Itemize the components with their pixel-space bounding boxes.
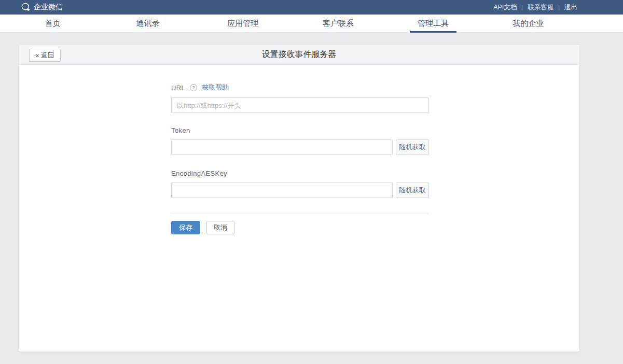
url-input[interactable] (171, 97, 429, 113)
aeskey-label-row: EncodingAESKey (171, 170, 429, 177)
token-input[interactable] (171, 139, 393, 155)
aeskey-input-row: 随机获取 (171, 183, 429, 198)
tab-home[interactable]: 首页 (5, 15, 100, 32)
back-button[interactable]: « 返回 (29, 49, 61, 62)
get-help-link[interactable]: 获取帮助 (202, 83, 229, 92)
tab-customer-contact[interactable]: 客户联系 (290, 15, 385, 32)
wecom-logo-icon (21, 3, 31, 12)
tab-management-tools[interactable]: 管理工具 (385, 15, 480, 32)
aeskey-input[interactable] (171, 183, 393, 198)
page-title: 设置接收事件服务器 (262, 49, 337, 60)
card-header: « 返回 设置接收事件服务器 (19, 45, 579, 65)
url-label-row: URL ? 获取帮助 (171, 83, 429, 92)
brand-name: 企业微信 (34, 3, 63, 12)
content-card: « 返回 设置接收事件服务器 URL ? 获取帮助 Token 随机获取 Enc… (19, 45, 579, 352)
separator: | (521, 4, 523, 10)
api-docs-link[interactable]: API文档 (493, 3, 517, 12)
token-random-button[interactable]: 随机获取 (396, 139, 429, 155)
form-actions: 保存 取消 (171, 221, 429, 234)
help-question-icon[interactable]: ? (190, 84, 197, 91)
save-button[interactable]: 保存 (171, 221, 200, 234)
token-input-row: 随机获取 (171, 139, 429, 155)
token-label: Token (171, 127, 190, 134)
topbar-links: API文档 | 联系客服 | 退出 (493, 3, 577, 12)
cancel-button[interactable]: 取消 (206, 221, 234, 234)
logout-link[interactable]: 退出 (564, 3, 577, 12)
separator: | (558, 4, 560, 10)
tab-contacts[interactable]: 通讯录 (100, 15, 195, 32)
aeskey-random-button[interactable]: 随机获取 (396, 183, 429, 198)
contact-support-link[interactable]: 联系客服 (528, 3, 553, 12)
tab-app-management[interactable]: 应用管理 (196, 15, 290, 32)
aeskey-label: EncodingAESKey (171, 170, 227, 177)
form-divider (171, 214, 429, 214)
server-settings-form: URL ? 获取帮助 Token 随机获取 EncodingAESKey 随机获… (171, 83, 429, 234)
brand: 企业微信 (21, 3, 63, 12)
token-label-row: Token (171, 127, 429, 134)
topbar: 企业微信 API文档 | 联系客服 | 退出 (0, 0, 623, 15)
url-label: URL (171, 84, 185, 92)
tab-my-company[interactable]: 我的企业 (481, 15, 576, 32)
main-nav: 首页 通讯录 应用管理 客户联系 管理工具 我的企业 (0, 15, 623, 33)
card-body: URL ? 获取帮助 Token 随机获取 EncodingAESKey 随机获… (19, 65, 579, 234)
